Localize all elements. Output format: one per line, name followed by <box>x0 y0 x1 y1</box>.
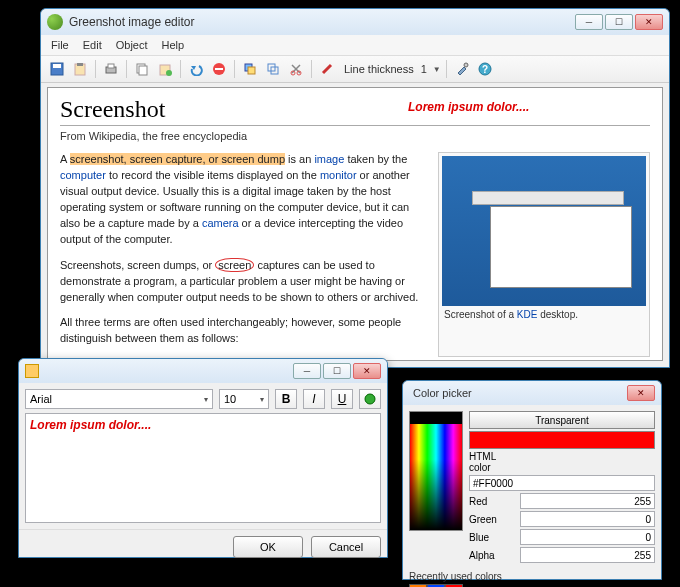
menu-file[interactable]: File <box>51 39 69 51</box>
undo-icon[interactable] <box>186 59 206 79</box>
link-image[interactable]: image <box>314 153 344 165</box>
annotation-text[interactable]: Lorem ipsum dolor.... <box>408 100 529 114</box>
underline-button[interactable]: U <box>331 389 353 409</box>
svg-rect-13 <box>248 67 255 74</box>
svg-rect-3 <box>77 63 83 66</box>
maximize-button[interactable]: ☐ <box>605 14 633 30</box>
highlighted-text[interactable]: screenshot, screen capture, or screen du… <box>70 153 285 165</box>
dialog-minimize-button[interactable]: ─ <box>293 363 321 379</box>
menu-help[interactable]: Help <box>162 39 185 51</box>
duplicate-icon[interactable] <box>263 59 283 79</box>
color-picker-dialog: Color picker ✕ Transparent HTML color Re… <box>402 380 662 580</box>
dialog-maximize-button[interactable]: ☐ <box>323 363 351 379</box>
dialog-close-button[interactable]: ✕ <box>353 363 381 379</box>
editor-canvas[interactable]: Lorem ipsum dolor.... Screenshot From Wi… <box>47 87 663 361</box>
color-picker-titlebar[interactable]: Color picker ✕ <box>403 381 661 405</box>
color-palette[interactable] <box>409 411 463 531</box>
bold-button[interactable]: B <box>275 389 297 409</box>
line-thickness-value[interactable]: 1 <box>421 63 427 75</box>
dialog-titlebar[interactable]: ─ ☐ ✕ <box>19 359 387 383</box>
svg-point-21 <box>365 394 375 404</box>
minimize-button[interactable]: ─ <box>575 14 603 30</box>
blue-input[interactable] <box>520 529 655 545</box>
text-editor-dialog: ─ ☐ ✕ Arial ▾ 10 ▾ B I U Lorem ipsum dol… <box>18 358 388 558</box>
link-monitor[interactable]: monitor <box>320 169 357 181</box>
line-thickness-label: Line thickness <box>344 63 414 75</box>
circled-text[interactable]: screen <box>215 258 254 272</box>
alpha-input[interactable] <box>520 547 655 563</box>
cut-icon[interactable] <box>286 59 306 79</box>
menu-edit[interactable]: Edit <box>83 39 102 51</box>
thumbnail-box: Screenshot of a KDE desktop. <box>438 152 650 357</box>
italic-button[interactable]: I <box>303 389 325 409</box>
font-size-combo[interactable]: 10 ▾ <box>219 389 269 409</box>
settings-icon[interactable] <box>452 59 472 79</box>
copy-icon[interactable] <box>132 59 152 79</box>
print-icon[interactable] <box>101 59 121 79</box>
green-label: Green <box>469 514 517 525</box>
current-color-swatch <box>469 431 655 449</box>
red-label: Red <box>469 496 517 507</box>
svg-point-18 <box>464 63 468 67</box>
app-icon <box>47 14 63 30</box>
save-icon[interactable] <box>47 59 67 79</box>
link-computer[interactable]: computer <box>60 169 106 181</box>
svg-rect-11 <box>215 68 223 70</box>
svg-rect-1 <box>53 64 61 68</box>
chevron-down-icon[interactable]: ▾ <box>204 395 208 404</box>
svg-rect-5 <box>108 64 114 68</box>
clipboard-icon[interactable] <box>70 59 90 79</box>
svg-text:?: ? <box>482 64 488 75</box>
thumbnail-caption: Screenshot of a KDE desktop. <box>442 306 646 323</box>
link-kde[interactable]: KDE <box>517 309 538 320</box>
page-subtitle: From Wikipedia, the free encyclopedia <box>60 130 650 142</box>
article-body: A screenshot, screen capture, or screen … <box>60 152 426 357</box>
color-picker-close-button[interactable]: ✕ <box>627 385 655 401</box>
transparent-button[interactable]: Transparent <box>469 411 655 429</box>
cancel-button[interactable]: Cancel <box>311 536 381 558</box>
text-content-area[interactable]: Lorem ipsum dolor.... <box>25 413 381 523</box>
font-family-combo[interactable]: Arial ▾ <box>25 389 213 409</box>
delete-icon[interactable] <box>209 59 229 79</box>
toolbar: Line thickness 1 ▼ ? <box>41 56 669 83</box>
thumbnail-image[interactable] <box>442 156 646 306</box>
blue-label: Blue <box>469 532 517 543</box>
line-color-icon[interactable] <box>317 59 337 79</box>
menubar: File Edit Object Help <box>41 35 669 56</box>
link-camera[interactable]: camera <box>202 217 239 229</box>
help-icon[interactable]: ? <box>475 59 495 79</box>
main-editor-window: Greenshot image editor ─ ☐ ✕ File Edit O… <box>40 8 670 368</box>
chevron-down-icon[interactable]: ▼ <box>433 65 441 74</box>
color-picker-title: Color picker <box>409 387 627 399</box>
menu-object[interactable]: Object <box>116 39 148 51</box>
green-input[interactable] <box>520 511 655 527</box>
svg-point-9 <box>166 70 172 76</box>
titlebar[interactable]: Greenshot image editor ─ ☐ ✕ <box>41 9 669 35</box>
html-color-input[interactable] <box>469 475 655 491</box>
close-button[interactable]: ✕ <box>635 14 663 30</box>
ok-button[interactable]: OK <box>233 536 303 558</box>
chevron-down-icon[interactable]: ▾ <box>260 395 264 404</box>
alpha-label: Alpha <box>469 550 517 561</box>
recent-colors-label: Recently used colors <box>409 571 655 582</box>
dialog-icon <box>25 364 39 378</box>
html-color-label: HTML color <box>469 451 517 473</box>
page-heading: Screenshot <box>60 96 650 126</box>
arrange-icon[interactable] <box>240 59 260 79</box>
window-title: Greenshot image editor <box>69 15 575 29</box>
paste-icon[interactable] <box>155 59 175 79</box>
red-input[interactable] <box>520 493 655 509</box>
font-color-button[interactable] <box>359 389 381 409</box>
svg-rect-7 <box>139 66 147 75</box>
